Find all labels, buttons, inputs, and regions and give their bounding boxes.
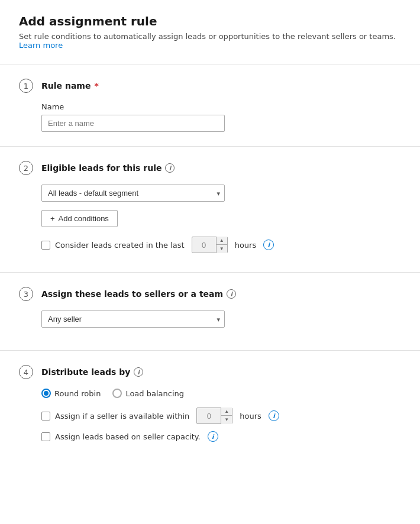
section4-info-icon: i (134, 367, 143, 377)
page-container: Add assignment rule Set rule conditions … (0, 0, 420, 475)
round-robin-radio[interactable] (41, 389, 51, 398)
load-balancing-radio[interactable] (112, 389, 122, 398)
round-robin-label: Round robin (54, 389, 101, 398)
page-subtitle: Set rule conditions to automatically ass… (19, 32, 401, 50)
section3-header: 3 Assign these leads to sellers or a tea… (19, 287, 401, 301)
eligible-leads-dropdown-wrapper: All leads - default segment Custom segme… (41, 185, 225, 202)
consider-leads-checkbox[interactable] (41, 241, 50, 250)
add-conditions-label: Add conditions (59, 214, 109, 223)
hours-decrement-2[interactable]: ▼ (221, 416, 232, 424)
section-eligible-leads: 2 Eligible leads for this rule i All lea… (19, 147, 401, 272)
radio-round-robin[interactable]: Round robin (41, 389, 101, 398)
section1-header: 1 Rule name * (19, 79, 401, 93)
step-2-circle: 2 (19, 161, 33, 175)
section4-content: Round robin Load balancing Assign if a s… (41, 389, 401, 442)
consider-leads-row: Consider leads created in the last ▲ ▼ h… (41, 237, 401, 253)
section2-info-icon: i (165, 163, 175, 173)
section4-title: Distribute leads by i (41, 367, 143, 377)
section2-header: 2 Eligible leads for this rule i (19, 161, 401, 175)
load-balancing-label: Load balancing (125, 389, 184, 398)
assign-seller-available-checkbox[interactable] (41, 412, 50, 421)
section4-header: 4 Distribute leads by i (19, 365, 401, 379)
radio-load-balancing[interactable]: Load balancing (112, 389, 184, 398)
section2-content: All leads - default segment Custom segme… (41, 185, 401, 253)
section3-title: Assign these leads to sellers or a team … (41, 289, 236, 299)
eligible-leads-dropdown[interactable]: All leads - default segment Custom segme… (41, 185, 225, 202)
spinner-buttons-1: ▲ ▼ (216, 237, 227, 253)
distribute-radio-group: Round robin Load balancing (41, 389, 401, 398)
consider-leads-label: Consider leads created in the last (55, 241, 185, 250)
assign-capacity-info-icon: i (208, 431, 218, 442)
add-conditions-plus-icon: + (50, 214, 55, 223)
learn-more-link[interactable]: Learn more (19, 41, 63, 50)
rule-name-input[interactable] (41, 115, 225, 132)
hours-increment-1[interactable]: ▲ (217, 237, 227, 245)
hours-value-1[interactable] (192, 241, 216, 250)
spinner-buttons-2: ▲ ▼ (221, 407, 232, 424)
hours-label-2: hours (240, 412, 261, 421)
hours-spinner-1: ▲ ▼ (192, 237, 228, 253)
step-1-circle: 1 (19, 79, 33, 93)
hours-increment-2[interactable]: ▲ (221, 407, 232, 416)
page-subtitle-text: Set rule conditions to automatically ass… (19, 32, 396, 41)
step-4-circle: 4 (19, 365, 33, 379)
required-indicator: * (94, 81, 98, 90)
assign-capacity-row: Assign leads based on seller capacity. i (41, 431, 401, 442)
section-rule-name: 1 Rule name * Name (19, 64, 401, 146)
hours-spinner-2: ▲ ▼ (196, 407, 232, 424)
section2-title: Eligible leads for this rule i (41, 163, 175, 173)
hours-decrement-1[interactable]: ▼ (217, 245, 227, 253)
assign-seller-available-label: Assign if a seller is available within (55, 412, 189, 421)
section3-content: Any seller Specific seller Team ▾ (41, 310, 401, 328)
section-assign-leads: 3 Assign these leads to sellers or a tea… (19, 273, 401, 350)
hours-label-1: hours (235, 241, 257, 250)
assign-seller-dropdown[interactable]: Any seller Specific seller Team (41, 310, 225, 328)
section3-info-icon: i (227, 289, 236, 299)
consider-leads-info-icon: i (263, 240, 274, 250)
assign-capacity-label: Assign leads based on seller capacity. (55, 432, 201, 441)
section1-title: Rule name * (41, 81, 99, 90)
hours-value-2[interactable] (197, 412, 221, 421)
assign-seller-info-icon: i (269, 410, 279, 421)
assign-seller-dropdown-wrapper: Any seller Specific seller Team ▾ (41, 310, 225, 328)
section-distribute-leads: 4 Distribute leads by i Round robin Load… (19, 351, 401, 461)
step-3-circle: 3 (19, 287, 33, 301)
page-title: Add assignment rule (19, 14, 401, 28)
assign-capacity-checkbox[interactable] (41, 432, 50, 441)
add-conditions-button[interactable]: + Add conditions (41, 210, 118, 227)
assign-seller-available-row: Assign if a seller is available within ▲… (41, 407, 401, 424)
name-field-label: Name (41, 102, 401, 111)
